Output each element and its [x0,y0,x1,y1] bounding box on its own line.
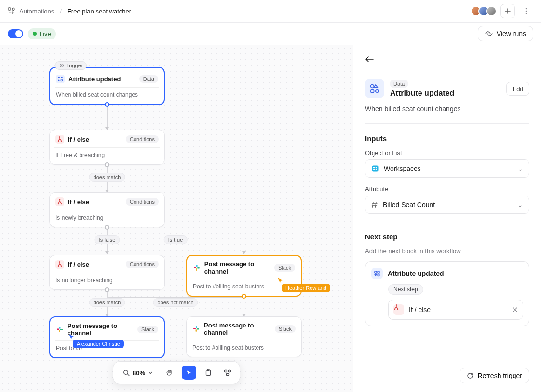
branch-icon [393,304,404,315]
svg-rect-22 [194,267,196,269]
main-area: does match Is false Is true does match d… [0,45,541,392]
svg-rect-8 [61,77,63,78]
node-title: Attribute updated [68,76,121,83]
shapes-icon [371,268,383,279]
status-dot-icon [33,32,37,36]
breadcrumb-root[interactable]: Automations [19,8,54,15]
live-badge: Live [28,28,56,39]
svg-rect-23 [59,327,61,329]
svg-point-3 [526,11,527,12]
svg-rect-46 [378,271,379,273]
clipboard-tool[interactable] [201,366,216,380]
node-port[interactable] [105,102,109,107]
svg-rect-34 [225,370,227,372]
svg-point-12 [59,136,60,137]
attribute-label: Attribute [365,185,529,193]
svg-rect-44 [376,169,377,170]
svg-rect-28 [197,328,199,330]
zoom-value: 80% [133,369,145,377]
node-slack[interactable]: Post message to channel Slack Post to #b [49,316,165,358]
object-select[interactable]: Workspaces ⌄ [365,159,529,178]
hand-tool[interactable] [162,366,177,380]
svg-point-11 [61,141,62,142]
node-if-else[interactable]: If / else Conditions Is no longer breach… [49,255,165,290]
svg-point-2 [526,8,527,10]
automations-icon [8,7,15,15]
breadcrumb: Automations / Free plan seat watcher [19,8,131,15]
slack-icon [193,263,201,272]
sidebar: Data Attribute updated Edit When billed … [353,45,541,392]
svg-rect-19 [196,265,198,267]
svg-rect-41 [373,167,375,168]
edge-label: does match [89,298,125,307]
svg-point-48 [394,309,395,310]
more-menu[interactable] [519,4,533,18]
presence-cursor-label: Alexander Christie [73,340,124,348]
svg-point-17 [61,266,62,267]
edge-label: Is false [95,235,120,244]
svg-rect-35 [229,370,231,372]
next-step-pill: Next step [388,284,423,295]
svg-point-47 [378,274,379,276]
node-tag: Data [139,75,158,83]
chevron-down-icon: ⌄ [517,165,523,172]
add-button[interactable] [500,4,515,18]
node-port[interactable] [105,225,109,230]
edit-button[interactable]: Edit [506,82,529,96]
svg-point-45 [375,271,377,273]
view-runs-button[interactable]: View runs [478,26,533,41]
svg-rect-43 [373,169,375,170]
next-step-row[interactable]: If / else [388,300,523,320]
presence-avatars[interactable] [471,6,497,16]
target-icon [59,63,64,68]
hash-icon [371,201,378,208]
svg-rect-38 [371,90,374,93]
node-if-else[interactable]: If / else Conditions If Free & breaching [49,130,165,165]
avatar[interactable] [486,6,497,16]
chevron-down-icon [148,370,153,375]
back-button[interactable] [365,56,375,65]
chevron-down-icon: ⌄ [517,201,523,209]
node-port[interactable] [105,287,109,292]
svg-rect-25 [59,330,60,332]
subheader: Live View runs [0,23,541,45]
next-step-current: Attribute updated [371,268,523,279]
edge-label: does not match [153,298,198,307]
svg-rect-24 [60,329,63,330]
refresh-icon [467,372,473,379]
attribute-select[interactable]: Billed Seat Count ⌄ [365,196,529,214]
svg-rect-0 [8,8,11,10]
canvas[interactable]: does match Is false Is true does match d… [0,45,353,392]
svg-rect-27 [196,326,197,328]
remove-step-button[interactable] [512,307,518,313]
sidebar-tag: Data [390,80,408,88]
svg-rect-30 [193,328,196,330]
attribute-value: Billed Seat Count [383,201,435,209]
object-label: Object or List [365,149,529,157]
select-tool[interactable] [182,366,196,380]
svg-rect-40 [372,166,379,172]
svg-point-9 [61,79,63,81]
breadcrumb-separator: / [60,8,62,15]
svg-rect-36 [227,374,229,376]
refresh-trigger-button[interactable]: Refresh trigger [460,368,529,383]
sidebar-heading: Attribute updated [390,89,500,98]
node-if-else[interactable]: If / else Conditions Is newly breaching [49,192,165,227]
svg-point-7 [58,77,60,78]
node-port[interactable] [105,162,109,167]
object-value: Workspaces [384,165,421,172]
breadcrumb-current[interactable]: Free plan seat watcher [68,8,131,15]
next-step-block: Attribute updated Next step If / else [365,261,529,326]
node-trigger[interactable]: Trigger Attribute updated Data When bill… [49,67,165,105]
node-port[interactable] [242,294,246,299]
svg-rect-29 [196,329,197,332]
node-slack[interactable]: Post message to channel Slack Post to #b… [186,316,302,357]
layout-tool[interactable] [220,366,235,380]
slack-icon [192,325,200,333]
zoom-control[interactable]: 80% [118,367,158,379]
presence-cursor-icon [68,334,74,340]
edge-label: does match [89,173,125,182]
svg-point-31 [124,370,128,374]
branch-icon [55,197,64,206]
enabled-toggle[interactable] [8,29,23,38]
